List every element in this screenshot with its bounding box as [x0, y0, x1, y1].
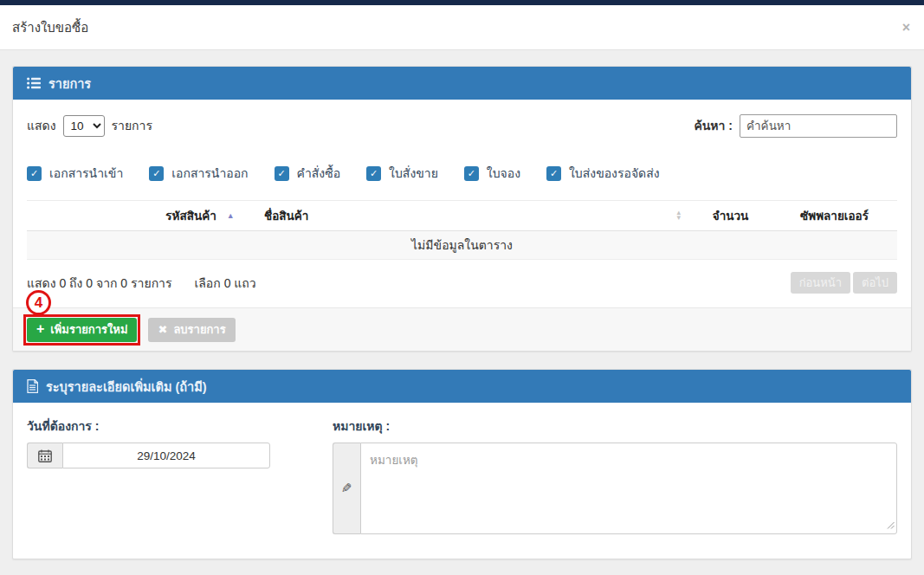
- items-panel-title: รายการ: [48, 74, 91, 94]
- modal-titlebar: สร้างใบขอซื้อ ×: [0, 5, 924, 50]
- filter-label: คำสั่งซื้อ: [297, 164, 341, 183]
- items-table-header: รหัสสินค้า ▲ ชื่อสินค้า ▴▾ จำนวน ซัพพลาย…: [27, 200, 897, 231]
- filter-sales-order[interactable]: ✓ ใบสั่งขาย: [366, 164, 438, 183]
- delete-item-button-label: ลบรายการ: [173, 320, 225, 339]
- note-label: หมายเหตุ :: [333, 417, 897, 436]
- filter-label: ใบจอง: [487, 164, 520, 183]
- table-info-row: แสดง 0 ถึง 0 จาก 0 รายการ เลือก 0 แถว ก่…: [27, 272, 897, 294]
- filter-label: ใบส่งของรอจัดส่ง: [569, 164, 660, 183]
- items-panel-body: แสดง 10 รายการ ค้นหา : ✓ เอกสารนำเข้า: [13, 100, 911, 307]
- length-suffix-label: รายการ: [112, 116, 152, 135]
- note-input-group: ✎: [333, 443, 897, 534]
- checkbox-checked-icon[interactable]: ✓: [464, 166, 479, 181]
- items-panel-header: รายการ: [13, 67, 911, 100]
- details-panel-title: ระบุรายละเอียดเพิ่มเติม (ถ้ามี): [46, 377, 207, 397]
- length-prefix-label: แสดง: [27, 116, 56, 135]
- sort-both-icon[interactable]: ▴▾: [676, 210, 681, 220]
- table-info-texts: แสดง 0 ถึง 0 จาก 0 รายการ เลือก 0 แถว: [27, 274, 256, 293]
- search-input[interactable]: [740, 114, 897, 138]
- add-item-button-label: เพิ่มรายการใหม่: [50, 320, 127, 339]
- page-background: รายการ แสดง 10 รายการ ค้นหา : ✓: [0, 50, 924, 575]
- checkbox-checked-icon[interactable]: ✓: [366, 166, 381, 181]
- details-panel-body: วันที่ต้องการ : หมายเหตุ : ✎: [13, 403, 911, 559]
- column-supplier: ซัพพลายเออร์: [772, 206, 897, 225]
- details-panel: ระบุรายละเอียดเพิ่มเติม (ถ้ามี) วันที่ต้…: [12, 369, 912, 559]
- note-field-group: หมายเหตุ : ✎: [333, 417, 897, 534]
- filter-export-docs[interactable]: ✓ เอกสารนำออก: [149, 164, 248, 183]
- selected-rows-text: เลือก 0 แถว: [195, 274, 256, 293]
- column-quantity: จำนวน: [689, 206, 772, 225]
- filter-pending-delivery[interactable]: ✓ ใบส่งของรอจัดส่ง: [546, 164, 660, 183]
- document-type-filters: ✓ เอกสารนำเข้า ✓ เอกสารนำออก ✓ คำสั่งซื้…: [27, 164, 897, 183]
- filter-purchase-order[interactable]: ✓ คำสั่งซื้อ: [275, 164, 341, 183]
- note-textarea[interactable]: [360, 443, 897, 534]
- add-item-button[interactable]: + เพิ่มรายการใหม่: [27, 318, 137, 342]
- items-panel: รายการ แสดง 10 รายการ ค้นหา : ✓: [12, 66, 912, 352]
- table-controls-row: แสดง 10 รายการ ค้นหา :: [27, 113, 897, 138]
- resize-handle-icon[interactable]: [887, 518, 895, 532]
- required-date-label: วันที่ต้องการ :: [27, 417, 333, 436]
- sort-ascending-icon[interactable]: ▲: [227, 211, 235, 220]
- x-mark-icon: ✖: [158, 323, 167, 336]
- pencil-icon: ✎: [333, 443, 360, 534]
- document-icon: [27, 379, 38, 393]
- previous-page-button[interactable]: ก่อนหน้า: [791, 272, 850, 294]
- filter-reservation[interactable]: ✓ ใบจอง: [464, 164, 520, 183]
- items-table: รหัสสินค้า ▲ ชื่อสินค้า ▴▾ จำนวน ซัพพลาย…: [27, 200, 897, 260]
- calendar-icon[interactable]: [27, 443, 62, 468]
- required-date-field-group: วันที่ต้องการ :: [27, 417, 333, 534]
- checkbox-checked-icon[interactable]: ✓: [149, 166, 164, 181]
- column-product-name-label: ชื่อสินค้า: [264, 206, 308, 225]
- checkbox-checked-icon[interactable]: ✓: [275, 166, 289, 181]
- annotation-highlight-box: + เพิ่มรายการใหม่: [23, 314, 140, 346]
- required-date-input[interactable]: [62, 443, 270, 468]
- checkbox-checked-icon[interactable]: ✓: [546, 166, 561, 181]
- pagination: ก่อนหน้า ต่อไป: [791, 272, 897, 294]
- checkbox-checked-icon[interactable]: ✓: [27, 166, 42, 181]
- page-length-control: แสดง 10 รายการ: [27, 115, 152, 137]
- items-panel-footer: 4 + เพิ่มรายการใหม่ ✖ ลบรายการ: [13, 307, 911, 351]
- next-page-button[interactable]: ต่อไป: [853, 272, 897, 294]
- delete-item-button[interactable]: ✖ ลบรายการ: [148, 318, 235, 342]
- search-control: ค้นหา :: [694, 114, 897, 138]
- column-product-code[interactable]: รหัสสินค้า ▲: [148, 206, 252, 225]
- column-product-name[interactable]: ชื่อสินค้า ▴▾: [252, 206, 689, 225]
- filter-label: ใบสั่งขาย: [389, 164, 438, 183]
- details-panel-header: ระบุรายละเอียดเพิ่มเติม (ถ้ามี): [13, 370, 911, 403]
- filter-label: เอกสารนำออก: [171, 164, 248, 183]
- page-title: สร้างใบขอซื้อ: [12, 17, 88, 38]
- search-label: ค้นหา :: [694, 116, 733, 135]
- table-empty-message: ไม่มีข้อมูลในตาราง: [27, 231, 897, 260]
- required-date-input-group: [27, 443, 333, 468]
- filter-label: เอกสารนำเข้า: [49, 164, 123, 183]
- showing-entries-text: แสดง 0 ถึง 0 จาก 0 รายการ: [27, 274, 172, 293]
- close-icon[interactable]: ×: [902, 21, 910, 35]
- step-annotation-badge: 4: [26, 290, 51, 315]
- filter-import-docs[interactable]: ✓ เอกสารนำเข้า: [27, 164, 123, 183]
- plus-icon: +: [36, 322, 44, 336]
- page-size-select[interactable]: 10: [63, 115, 105, 137]
- list-icon: [27, 77, 41, 89]
- column-product-code-label: รหัสสินค้า: [165, 206, 216, 225]
